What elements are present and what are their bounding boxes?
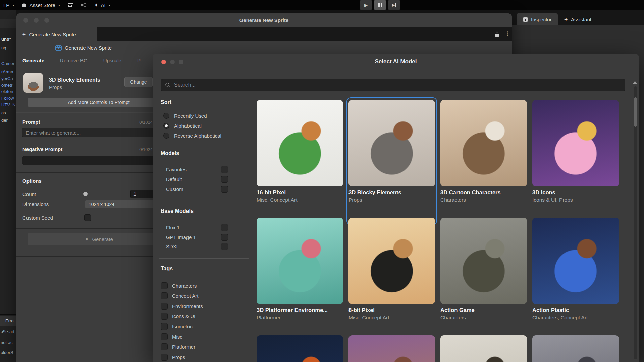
menu-ai[interactable]: ✦ AI ▾ [94,2,110,8]
dimensions-dropdown[interactable]: 1024 x 1024 ▾ [85,200,161,208]
tag-checkbox[interactable] [161,333,168,340]
filter-checkbox[interactable] [221,186,228,193]
model-card[interactable]: Action PlasticCharacters, Concept Art [532,218,619,335]
count-slider-knob[interactable] [83,192,88,196]
tag-filter-row[interactable]: Platformer [161,343,195,350]
radio-button[interactable] [163,123,169,129]
generate-button[interactable]: ✦ Generate [28,233,170,245]
tab-inspector[interactable]: i Inspector [517,13,558,25]
tag-filter-row[interactable]: Environments [161,303,203,310]
console-message[interactable]: not ac [1,340,12,345]
model-card[interactable]: 16-bit PixelMisc, Concept Art [257,100,343,218]
radio-button[interactable] [163,113,169,119]
filter-checkbox[interactable] [221,243,228,250]
filter-checkbox[interactable] [221,224,228,231]
tag-checkbox[interactable] [161,313,168,320]
hierarchy-item[interactable]: ng [1,45,6,50]
pause-icon [378,3,382,7]
kebab-menu-icon[interactable]: ⋮ [504,30,510,37]
sort-option[interactable]: Alphabetical [163,123,202,129]
filter-checkbox[interactable] [221,166,228,173]
lock-icon[interactable] [494,31,500,37]
filter-label: Flux 1 [166,225,180,230]
pause-button[interactable] [374,0,386,10]
hierarchy-item[interactable]: eleton [1,89,13,94]
filter-row[interactable]: Default [166,176,228,183]
tag-filter-row[interactable]: Icons & UI [161,313,195,320]
mode-tab-remove-bg[interactable]: Remove BG [60,58,88,63]
model-card[interactable]: Action GameCharacters [440,218,527,335]
step-button[interactable]: ▶ [388,0,400,10]
tag-filter-row[interactable]: Isometric [161,323,193,330]
count-slider-track[interactable] [84,194,129,194]
radio-button[interactable] [163,133,169,139]
tag-checkbox[interactable] [161,343,168,350]
console-message[interactable]: a9e-ad [1,329,14,334]
tab-assistant[interactable]: ✦ Assistant [558,13,597,25]
hierarchy-item[interactable]: Follow [1,96,14,101]
model-card[interactable] [257,335,343,362]
model-card[interactable] [440,335,527,362]
play-button[interactable]: ▶ [360,0,372,10]
filter-row[interactable]: Custom [166,186,228,193]
console-message[interactable]: olderS [1,350,13,355]
search-input[interactable]: Search... [161,79,625,91]
hierarchy-item[interactable]: ometr [1,83,12,88]
tag-filter-row[interactable]: Concept Art [161,292,198,299]
tag-checkbox[interactable] [161,323,168,330]
tag-checkbox[interactable] [161,282,168,289]
hierarchy-item[interactable]: Camer [1,61,14,66]
sort-option-label: Reverse Alphabetical [174,133,221,139]
model-card[interactable]: 3D Platformer Environme...Platformer [257,218,343,335]
model-card[interactable]: 3D Cartoon CharactersCharacters [440,100,527,218]
tag-label: Props [172,354,185,360]
model-card[interactable]: 3D IconsIcons & UI, Props [532,100,619,218]
model-card[interactable]: 3D Blocky ElementsProps [348,100,435,218]
filter-row[interactable]: SDXL [166,243,228,250]
menu-help-truncated[interactable]: LP ▾ [3,2,14,8]
hierarchy-item[interactable]: UTV_N [1,102,16,107]
scrollbar[interactable] [634,86,637,359]
menu-version-control[interactable] [80,2,87,8]
tag-filter-row[interactable]: Props [161,354,185,361]
custom-seed-checkbox[interactable] [84,214,91,221]
hierarchy-item[interactable]: und* [1,37,11,42]
hierarchy-item[interactable]: der [1,118,8,123]
hierarchy-item[interactable]: as [1,110,6,115]
scroll-up-arrow[interactable] [633,81,637,84]
sort-option[interactable]: Recently Used [163,113,207,119]
filter-row[interactable]: GPT Image 1 [166,234,228,241]
filter-row[interactable]: Favorites [166,166,228,173]
filter-checkbox[interactable] [221,176,228,183]
scrollbar-thumb[interactable] [634,97,637,127]
menu-asset-store[interactable]: Asset Store ▾ [21,2,60,8]
tag-checkbox[interactable] [161,292,168,299]
window-titlebar[interactable]: Generate New Sprite [16,13,512,27]
model-card-image [257,335,343,362]
tag-checkbox[interactable] [161,303,168,310]
tag-label: Isometric [172,324,193,329]
mode-tab-upscale[interactable]: Upscale [103,58,121,63]
filter-checkbox[interactable] [221,234,228,241]
tag-filter-row[interactable]: Characters [161,282,197,289]
change-model-button[interactable]: Change [124,77,153,87]
model-card[interactable]: 8-bit PixelMisc, Concept Art [348,218,435,335]
menu-package-manager[interactable] [67,3,73,8]
prompt-input[interactable]: Enter what to generate... [22,128,170,137]
hierarchy-item[interactable]: yerCa [1,76,13,81]
console-error-tab[interactable]: Erro [0,316,17,326]
tab-generate-new-sprite[interactable]: ✦ Generate New Sprite [16,27,97,41]
tag-filter-row[interactable]: Misc [161,333,182,340]
model-card[interactable] [532,335,619,362]
mode-tab-generate[interactable]: Generate [22,58,44,63]
menu-asset-store-label: Asset Store [29,2,55,8]
tag-checkbox[interactable] [161,354,168,361]
hierarchy-item[interactable]: rArma [1,69,13,74]
filter-row[interactable]: Flux 1 [166,224,228,231]
negative-prompt-input[interactable] [22,156,170,165]
add-controls-button[interactable]: Add More Controls To Prompt [28,98,170,107]
tab-generate-new-sprite-label: Generate New Sprite [29,32,76,37]
mode-tab-p[interactable]: P [137,58,141,63]
sort-option[interactable]: Reverse Alphabetical [163,133,221,139]
model-card[interactable] [348,335,435,362]
